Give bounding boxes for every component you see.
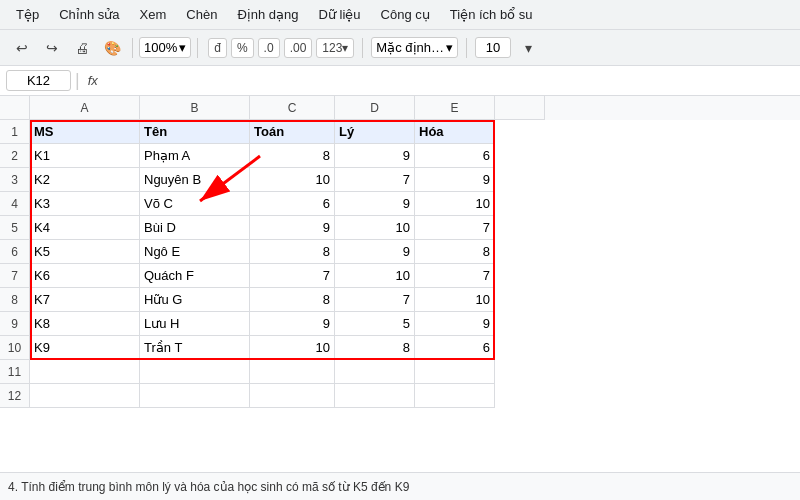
cell[interactable]: 10 <box>415 192 495 216</box>
menu-chen[interactable]: Chèn <box>178 4 225 25</box>
font-family-selector[interactable]: Mặc định… ▾ <box>371 37 458 58</box>
cell[interactable]: 6 <box>415 336 495 360</box>
cell[interactable]: 10 <box>415 288 495 312</box>
cell[interactable]: 9 <box>250 312 335 336</box>
cell[interactable]: Võ C <box>140 192 250 216</box>
row-number: 9 <box>0 312 30 336</box>
menu-xem[interactable]: Xem <box>132 4 175 25</box>
table-row: 5K4Bùi D9107 <box>0 216 800 240</box>
cell[interactable]: 6 <box>250 192 335 216</box>
cell[interactable]: 7 <box>335 168 415 192</box>
cell[interactable]: 9 <box>335 192 415 216</box>
print-button[interactable]: 🖨 <box>68 34 96 62</box>
cell[interactable]: 9 <box>415 168 495 192</box>
menu-chinh-sua[interactable]: Chỉnh sửa <box>51 4 127 25</box>
cell[interactable]: 8 <box>335 336 415 360</box>
cell[interactable] <box>30 360 140 384</box>
cell[interactable] <box>250 384 335 408</box>
cell[interactable]: K3 <box>30 192 140 216</box>
cell[interactable]: Hóa <box>415 120 495 144</box>
cell[interactable]: 9 <box>335 240 415 264</box>
cell[interactable]: K6 <box>30 264 140 288</box>
redo-button[interactable]: ↪ <box>38 34 66 62</box>
cell[interactable]: 8 <box>250 288 335 312</box>
cell[interactable]: 7 <box>250 264 335 288</box>
cell[interactable]: Hữu G <box>140 288 250 312</box>
format-number-button[interactable]: 123▾ <box>316 38 354 58</box>
menu-tien-ich[interactable]: Tiện ích bổ su <box>442 4 541 25</box>
col-header-extra[interactable] <box>495 96 545 120</box>
cell[interactable] <box>415 360 495 384</box>
format-decimal0-button[interactable]: .0 <box>258 38 280 58</box>
cell[interactable]: 5 <box>335 312 415 336</box>
cell[interactable]: K7 <box>30 288 140 312</box>
table-row: 6K5Ngô E898 <box>0 240 800 264</box>
undo-button[interactable]: ↩ <box>8 34 36 62</box>
cell[interactable]: 9 <box>250 216 335 240</box>
cell[interactable] <box>140 384 250 408</box>
cell[interactable]: Nguyên B <box>140 168 250 192</box>
row-number: 10 <box>0 336 30 360</box>
cell[interactable]: K2 <box>30 168 140 192</box>
col-header-c[interactable]: C <box>250 96 335 120</box>
cell[interactable] <box>30 384 140 408</box>
font-size-chevron[interactable]: ▾ <box>515 34 543 62</box>
cell[interactable]: MS <box>30 120 140 144</box>
cell[interactable]: 8 <box>250 144 335 168</box>
cell[interactable]: 8 <box>250 240 335 264</box>
cell[interactable]: Lưu H <box>140 312 250 336</box>
formula-input[interactable] <box>102 71 794 90</box>
cell[interactable]: Tên <box>140 120 250 144</box>
col-header-a[interactable]: A <box>30 96 140 120</box>
col-header-d[interactable]: D <box>335 96 415 120</box>
cell[interactable]: 7 <box>415 216 495 240</box>
cell[interactable]: 10 <box>335 264 415 288</box>
cell[interactable]: 7 <box>415 264 495 288</box>
cell[interactable]: K8 <box>30 312 140 336</box>
cell[interactable]: 8 <box>415 240 495 264</box>
cell[interactable]: 9 <box>335 144 415 168</box>
cell[interactable]: 10 <box>335 216 415 240</box>
table-row: 9K8Lưu H959 <box>0 312 800 336</box>
menu-dinh-dang[interactable]: Định dạng <box>229 4 306 25</box>
cell[interactable]: 10 <box>250 336 335 360</box>
cell[interactable] <box>335 384 415 408</box>
cell[interactable]: 10 <box>250 168 335 192</box>
cell[interactable]: Lý <box>335 120 415 144</box>
zoom-selector[interactable]: 100% ▾ <box>139 37 191 58</box>
cell[interactable] <box>415 384 495 408</box>
col-header-e[interactable]: E <box>415 96 495 120</box>
cell[interactable]: Toán <box>250 120 335 144</box>
cell[interactable]: 6 <box>415 144 495 168</box>
cell[interactable]: Trần T <box>140 336 250 360</box>
column-headers: A B C D E <box>0 96 800 120</box>
font-size-selector[interactable]: 10 <box>475 37 511 58</box>
font-family-value: Mặc định… <box>376 40 444 55</box>
format-pct-button[interactable]: % <box>231 38 254 58</box>
cell[interactable]: K1 <box>30 144 140 168</box>
cell[interactable]: Quách F <box>140 264 250 288</box>
menu-cong-cu[interactable]: Công cụ <box>373 4 438 25</box>
cell[interactable] <box>140 360 250 384</box>
format-d-button[interactable]: đ <box>208 38 227 58</box>
col-header-b[interactable]: B <box>140 96 250 120</box>
cell[interactable]: 9 <box>415 312 495 336</box>
cell-reference[interactable]: K12 <box>6 70 71 91</box>
cell[interactable] <box>335 360 415 384</box>
cell[interactable]: Phạm A <box>140 144 250 168</box>
cell[interactable]: Bùi D <box>140 216 250 240</box>
paint-format-button[interactable]: 🎨 <box>98 34 126 62</box>
row-number: 2 <box>0 144 30 168</box>
cell[interactable]: Ngô E <box>140 240 250 264</box>
row-number: 1 <box>0 120 30 144</box>
cell[interactable]: 7 <box>335 288 415 312</box>
cell[interactable]: K5 <box>30 240 140 264</box>
cell[interactable] <box>250 360 335 384</box>
cell[interactable]: K9 <box>30 336 140 360</box>
zoom-value: 100% <box>144 40 177 55</box>
cell[interactable]: K4 <box>30 216 140 240</box>
table-row: 4K3Võ C6910 <box>0 192 800 216</box>
menu-du-lieu[interactable]: Dữ liệu <box>311 4 369 25</box>
format-decimal00-button[interactable]: .00 <box>284 38 313 58</box>
menu-tep[interactable]: Tệp <box>8 4 47 25</box>
